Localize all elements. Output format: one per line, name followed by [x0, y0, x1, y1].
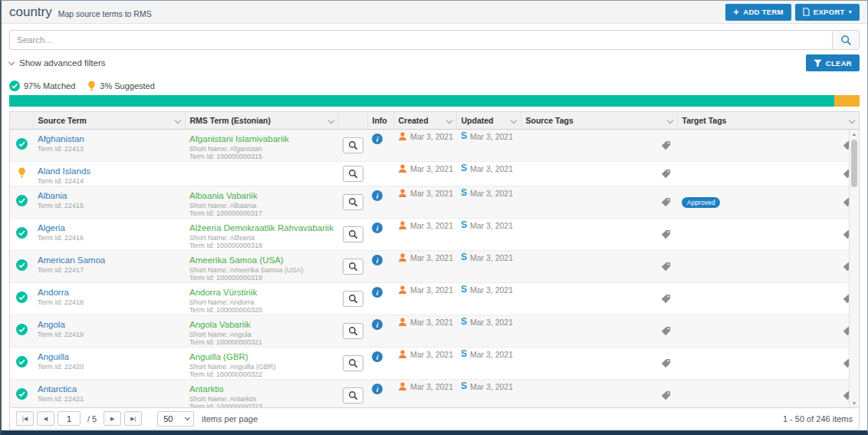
inspect-term-button[interactable]: [343, 194, 363, 210]
source-term-link[interactable]: Andorra: [38, 288, 69, 297]
source-tags-icon[interactable]: [661, 358, 671, 368]
rms-term-link[interactable]: Anguilla (GBR): [189, 352, 248, 361]
page-number-input[interactable]: [58, 411, 81, 426]
rms-term-id: Term Id: 100000000317: [189, 209, 334, 217]
updated-by-system-icon: S: [461, 285, 467, 294]
rms-term-link[interactable]: Andorra Vürstiriik: [189, 288, 257, 297]
search-button[interactable]: [832, 30, 860, 50]
column-menu-icon[interactable]: [849, 117, 855, 124]
inspect-term-button[interactable]: [343, 259, 363, 275]
inspect-term-button[interactable]: [343, 291, 363, 307]
rms-term-link[interactable]: Antarktis: [189, 384, 224, 394]
page-size-select[interactable]: 50: [157, 411, 194, 427]
search-input[interactable]: [9, 30, 832, 50]
rms-term-link[interactable]: Albaania Vabariik: [189, 191, 258, 200]
advanced-filters-toggle[interactable]: Show advanced filters: [9, 58, 106, 68]
info-icon[interactable]: i: [372, 255, 383, 265]
source-term-link[interactable]: Antarctica: [38, 384, 77, 394]
table-row: Antarctica Term Id: 22421 Antarktis Shor…: [10, 379, 859, 407]
matched-status-icon: [16, 259, 28, 271]
scroll-down-icon[interactable]: ▼: [852, 400, 856, 406]
first-page-button[interactable]: |◀: [16, 411, 34, 426]
search-icon: [840, 35, 852, 46]
inspect-term-button[interactable]: [343, 323, 363, 339]
source-term-link[interactable]: American Samoa: [38, 255, 105, 265]
column-menu-icon[interactable]: [327, 117, 334, 124]
updated-column-header[interactable]: Updated: [456, 112, 521, 129]
table-scroll-area: Source Term RMS Term (Estonian) Info Cre…: [10, 112, 859, 407]
source-tags-icon[interactable]: [661, 169, 671, 179]
add-term-button[interactable]: + ADD TERM: [725, 4, 791, 21]
created-date: Mar 3, 2021: [410, 188, 453, 198]
created-by-avatar-icon: [398, 317, 407, 327]
column-menu-icon[interactable]: [510, 117, 516, 124]
target-tags-column-header[interactable]: Target Tags: [677, 112, 859, 129]
rms-short-name: Short Name: Antarktis: [189, 395, 334, 403]
app-window: country Map source terms to RMS + ADD TE…: [0, 0, 868, 435]
inspect-term-button[interactable]: [343, 387, 363, 404]
last-page-button[interactable]: ▶|: [124, 411, 142, 426]
source-term-link[interactable]: Anguilla: [38, 352, 69, 361]
rms-term-column-header[interactable]: RMS Term (Estonian): [185, 112, 338, 129]
source-term-id: Term Id: 22419: [38, 331, 180, 338]
scroll-up-icon[interactable]: ▲: [852, 131, 856, 137]
pagination-bar: |◀ ◀ / 5 ▶ ▶| 50 items per page 1 - 50 o…: [10, 407, 859, 429]
source-tags-icon[interactable]: [661, 391, 671, 400]
matched-status-icon: [16, 227, 28, 239]
inspect-term-button[interactable]: [343, 137, 363, 153]
info-icon[interactable]: i: [372, 133, 383, 144]
inspect-term-button[interactable]: [343, 166, 363, 182]
chevron-down-icon: [185, 414, 190, 420]
created-date: Mar 3, 2021: [410, 163, 453, 173]
rms-short-name: Short Name: Anguilla (GBR): [189, 363, 334, 371]
suggested-status-icon: [18, 167, 26, 178]
column-menu-icon[interactable]: [174, 117, 180, 124]
updated-date: Mar 3, 2021: [470, 285, 513, 295]
source-tags-icon[interactable]: [661, 326, 671, 336]
source-term-link[interactable]: Algeria: [38, 223, 65, 232]
source-tags-icon[interactable]: [661, 229, 671, 239]
chevron-down-icon: [8, 58, 15, 64]
rms-term-link[interactable]: Afganistani Islamivabariik: [189, 134, 289, 143]
created-date: Mar 3, 2021: [410, 285, 453, 295]
created-by-avatar-icon: [398, 252, 407, 262]
source-tags-icon[interactable]: [661, 197, 671, 207]
rms-term-link[interactable]: Alžeeria Demokraatlik Rahvavabariik: [189, 223, 334, 232]
info-icon[interactable]: i: [372, 190, 383, 201]
matched-status-icon: [16, 138, 28, 150]
source-tags-icon[interactable]: [661, 140, 671, 150]
source-tags-icon[interactable]: [661, 294, 671, 304]
rms-short-name: Short Name: Afganistan: [189, 145, 334, 153]
info-icon[interactable]: i: [372, 319, 383, 330]
rms-term-link[interactable]: Ameerika Samoa (USA): [189, 255, 284, 265]
column-menu-icon[interactable]: [666, 117, 672, 124]
source-term-column-header[interactable]: Source Term: [33, 112, 185, 129]
info-icon[interactable]: i: [372, 287, 383, 298]
inspect-term-button[interactable]: [343, 355, 363, 371]
info-icon[interactable]: i: [372, 222, 383, 233]
created-column-header[interactable]: Created: [393, 112, 456, 129]
filters-row: Show advanced filters CLEAR: [9, 54, 860, 72]
previous-page-button[interactable]: ◀: [37, 411, 54, 426]
match-progress-bar: [9, 95, 860, 107]
table-row: Anguilla Term Id: 22420 Anguilla (GBR) S…: [10, 347, 859, 379]
export-button[interactable]: EXPORT ▾: [795, 4, 860, 21]
source-term-link[interactable]: Afghanistan: [38, 134, 84, 143]
source-term-link[interactable]: Angola: [38, 320, 65, 329]
source-tags-column-header[interactable]: Source Tags: [521, 112, 677, 129]
clear-filters-button[interactable]: CLEAR: [806, 54, 860, 71]
rms-term-link[interactable]: Angola Vabariik: [189, 320, 251, 329]
source-term-link[interactable]: Aland Islands: [38, 166, 90, 176]
info-icon[interactable]: i: [372, 384, 383, 394]
source-term-id: Term Id: 22414: [38, 177, 180, 185]
inspect-term-button[interactable]: [343, 226, 363, 242]
vertical-scrollbar[interactable]: ▲ ▼: [849, 130, 859, 407]
info-icon[interactable]: i: [372, 351, 383, 362]
scrollbar-thumb[interactable]: [851, 140, 857, 187]
rms-short-name: Short Name: Angola: [189, 331, 334, 338]
suggested-bulb-icon: [87, 81, 96, 91]
column-menu-icon[interactable]: [446, 117, 452, 124]
source-term-link[interactable]: Albania: [38, 191, 67, 200]
next-page-button[interactable]: ▶: [104, 411, 121, 426]
source-tags-icon[interactable]: [661, 262, 671, 272]
